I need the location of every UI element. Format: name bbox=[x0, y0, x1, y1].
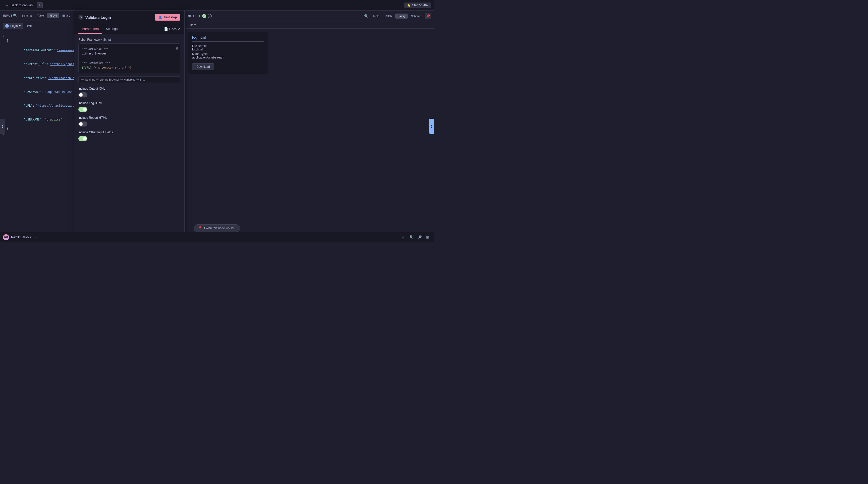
modal-title: Validate Login bbox=[85, 15, 111, 20]
output-header: OUTPUT ✓ i 🔍 Table JSON Binary Schema 📌 bbox=[185, 10, 434, 22]
test-step-button[interactable]: 👤 Test step bbox=[155, 14, 180, 21]
code-line: "PASSWORD": "SuperSecretPassword!", bbox=[3, 85, 71, 99]
toggle-switch-log[interactable] bbox=[79, 107, 87, 112]
success-icon: ✓ bbox=[202, 14, 206, 18]
external-link-icon: ↗ bbox=[178, 27, 180, 31]
output-title-row: OUTPUT ✓ i bbox=[188, 14, 212, 18]
toggle-other-inputs: Include Other Input Fields bbox=[79, 131, 180, 141]
output-panel-title: OUTPUT bbox=[188, 14, 201, 18]
file-name: log.html bbox=[192, 35, 264, 42]
input-selector-row: ● Login ▾ 1 item bbox=[0, 21, 74, 31]
tab-table[interactable]: Table bbox=[35, 13, 46, 18]
code-area: [ { "terminal_output": "================… bbox=[0, 31, 74, 242]
pin-button[interactable]: 📌 bbox=[425, 13, 431, 19]
fit-view-button[interactable]: ⤢ bbox=[400, 234, 407, 241]
mime-label: Mime Type: application/octet-stream bbox=[192, 52, 264, 59]
output-tab-binary[interactable]: Binary bbox=[395, 13, 408, 19]
code-line: "USERNAME": "practice" bbox=[3, 113, 71, 127]
add-button[interactable]: + bbox=[37, 2, 43, 8]
minimap-button[interactable]: ⊞ bbox=[424, 234, 431, 241]
node-icon: ⚙ bbox=[79, 15, 83, 20]
tab-schema[interactable]: Schema bbox=[19, 13, 34, 18]
login-selector[interactable]: ● Login ▾ bbox=[3, 23, 23, 29]
toggle-log-html: Include Log HTML bbox=[79, 101, 180, 112]
back-label: Back to canvas bbox=[10, 3, 33, 7]
plus-icon: + bbox=[38, 3, 41, 7]
output-item-count: 1 item bbox=[185, 22, 434, 29]
copy-icon[interactable]: ⧉ bbox=[176, 46, 178, 51]
bottom-left: ND Namik Delilovic ··· bbox=[3, 234, 39, 240]
nav-parameters[interactable]: Parameters bbox=[79, 24, 102, 34]
top-bar: ← Back to canvas + ⭐ Star 51,467 bbox=[0, 0, 434, 10]
user-more-button[interactable]: ··· bbox=[34, 235, 39, 240]
toggle-knob-other bbox=[83, 137, 87, 140]
tab-binary[interactable]: Binary bbox=[60, 13, 72, 18]
modal-body: Robot Framework Script *** Settings *** … bbox=[74, 34, 184, 242]
star-label: Star bbox=[412, 3, 418, 7]
top-bar-left: ← Back to canvas + bbox=[3, 2, 43, 8]
toggle-knob-log bbox=[83, 108, 87, 111]
validate-login-panel: ⚙ Validate Login 👤 Test step Parameters … bbox=[74, 10, 185, 242]
zoom-out-button[interactable]: 🔎 bbox=[416, 234, 423, 241]
download-button[interactable]: Download bbox=[192, 63, 214, 70]
right-edge-icon: ❯ bbox=[430, 125, 433, 128]
output-body: log.html File Name: log.html Mime Type: … bbox=[185, 29, 434, 242]
toggle-label-other: Include Other Input Fields bbox=[79, 131, 180, 134]
wish-text: I wish this node would... bbox=[204, 226, 236, 230]
docs-label: Docs bbox=[169, 27, 177, 31]
top-bar-right: ⭐ Star 51,467 bbox=[404, 2, 431, 8]
wish-bar[interactable]: 📍 I wish this node would... bbox=[194, 224, 240, 232]
code-line: { bbox=[3, 39, 71, 43]
script-line: Library Browser bbox=[82, 52, 177, 56]
main-layout: ❮ INPUT 🔍 Schema Table JSON Binary ● Log… bbox=[0, 10, 434, 242]
output-search-icon[interactable]: 🔍 bbox=[364, 13, 369, 19]
toggle-knob-xml bbox=[79, 93, 83, 97]
nav-settings[interactable]: Settings bbox=[102, 24, 121, 34]
selector-name: Login bbox=[10, 24, 18, 28]
output-tab-schema[interactable]: Schema bbox=[409, 13, 424, 19]
tab-json[interactable]: JSON bbox=[47, 13, 59, 18]
wish-icon: 📍 bbox=[198, 226, 202, 230]
zoom-in-button[interactable]: 🔍 bbox=[408, 234, 415, 241]
modal-header: ⚙ Validate Login 👤 Test step bbox=[74, 10, 184, 24]
code-line: "URL": "https://practice.expandtesting.c… bbox=[3, 99, 71, 112]
output-tab-table[interactable]: Table bbox=[370, 13, 381, 19]
toggle-label-report: Include Report HTML bbox=[79, 116, 180, 120]
script-box: *** Settings *** Library Browser *** Var… bbox=[79, 43, 180, 73]
script-line bbox=[82, 56, 177, 61]
left-edge-button[interactable]: ❮ bbox=[0, 119, 5, 134]
code-line: ] bbox=[3, 131, 71, 135]
input-tabs: Schema Table JSON Binary bbox=[19, 13, 72, 18]
chevron-down-icon: ▾ bbox=[19, 24, 21, 28]
code-line: "terminal_output": "====================… bbox=[3, 43, 71, 57]
left-edge-icon: ❮ bbox=[1, 125, 4, 128]
script-preview: *** Settings *** Library Browser *** Var… bbox=[79, 76, 180, 83]
output-panel: OUTPUT ✓ i 🔍 Table JSON Binary Schema 📌 … bbox=[185, 10, 434, 242]
script-line: *** Settings *** bbox=[82, 47, 177, 52]
test-step-label: Test step bbox=[164, 15, 177, 19]
output-tab-json[interactable]: JSON bbox=[382, 13, 394, 19]
github-icon: ⭐ bbox=[407, 3, 411, 7]
bottom-tools: ⤢ 🔍 🔎 ⊞ bbox=[400, 234, 431, 241]
toggle-switch-report[interactable] bbox=[79, 122, 87, 127]
back-to-canvas-button[interactable]: ← Back to canvas bbox=[3, 2, 35, 8]
github-star-button[interactable]: ⭐ Star 51,467 bbox=[404, 2, 431, 8]
code-line: [ bbox=[3, 34, 71, 39]
user-name: Namik Delilovic bbox=[11, 235, 32, 239]
code-line: "state_file": "/home/node/n8n_robot_logs… bbox=[3, 71, 71, 85]
user-avatar: ND bbox=[3, 234, 9, 240]
input-search-icon[interactable]: 🔍 bbox=[12, 13, 18, 18]
file-card: log.html File Name: log.html Mime Type: … bbox=[188, 32, 268, 74]
right-edge-button[interactable]: ❯ bbox=[429, 119, 434, 134]
toggle-switch-xml[interactable] bbox=[79, 92, 87, 97]
toggle-label-xml: Include Output XML bbox=[79, 87, 180, 90]
code-line: } bbox=[3, 127, 71, 131]
docs-link[interactable]: 📄 Docs ↗ bbox=[164, 24, 180, 34]
book-icon: 📄 bbox=[164, 27, 168, 31]
script-line: *** Variables *** bbox=[82, 61, 177, 66]
modal-title-row: ⚙ Validate Login bbox=[79, 15, 111, 20]
toggle-switch-other[interactable] bbox=[79, 136, 87, 141]
toggle-report-html: Include Report HTML bbox=[79, 116, 180, 127]
back-arrow-icon: ← bbox=[5, 3, 9, 7]
modal-nav: Parameters Settings 📄 Docs ↗ bbox=[74, 24, 184, 34]
